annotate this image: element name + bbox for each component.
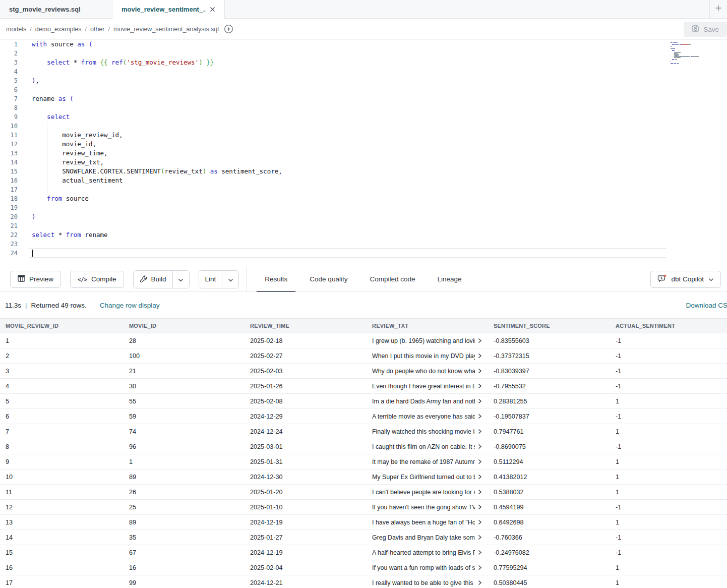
new-tab-button[interactable] [709, 0, 727, 18]
code-line-text: review_txt, [32, 158, 727, 167]
line-number: 17 [0, 185, 29, 194]
code-line-18[interactable]: 18 from source [0, 194, 727, 203]
expand-cell-icon[interactable] [478, 444, 482, 449]
copilot-sparkle-circle-icon[interactable] [224, 24, 233, 34]
expand-cell-icon[interactable] [478, 338, 482, 343]
code-line-7[interactable]: 7rename as ( [0, 94, 727, 103]
lint-button[interactable]: Lint [199, 271, 222, 288]
cell-review-time: 2024-12-24 [250, 428, 372, 435]
expand-cell-icon[interactable] [478, 353, 482, 359]
code-line-16[interactable]: 16 actual_sentiment [0, 176, 727, 185]
code-line-19[interactable]: 19 [0, 203, 727, 212]
editor-minimap[interactable] [671, 42, 707, 66]
save-button[interactable]: Save [684, 22, 727, 37]
cell-movie-id: 55 [129, 398, 250, 405]
dbt-copilot-button[interactable]: dbt Copilot [650, 271, 721, 288]
expand-cell-icon[interactable] [478, 519, 482, 525]
code-line-24[interactable]: 24 [0, 249, 727, 258]
table-row: 13892024-12-19I have always been a huge … [0, 515, 727, 530]
expand-cell-icon[interactable] [478, 398, 482, 404]
tab-code-quality[interactable]: Code quality [301, 267, 355, 292]
cell-review-time: 2024-12-19 [250, 519, 372, 526]
cell-review-time: 2024-12-21 [250, 579, 372, 586]
expand-cell-icon[interactable] [478, 489, 482, 495]
expand-cell-icon[interactable] [478, 414, 482, 419]
code-brackets-icon: </> [78, 276, 87, 282]
indent-guide [47, 158, 47, 167]
code-line-22[interactable]: 22select * from rename [0, 230, 727, 240]
review-text: I grew up (b. 1965) watching and lovin… [372, 337, 475, 344]
code-line-5[interactable]: 5), [0, 76, 727, 85]
code-line-20[interactable]: 20) [0, 212, 727, 221]
breadcrumb-segment-demo-examples[interactable]: demo_examples [35, 26, 82, 33]
code-line-17[interactable]: 17 [0, 185, 727, 194]
lint-dropdown-button[interactable] [222, 271, 238, 288]
breadcrumb-segment-other[interactable]: other [90, 26, 105, 33]
cell-sentiment-score: 0.77595294 [494, 564, 616, 571]
file-tab-movie-review-sentiment[interactable]: movie_review_sentiment_… [112, 0, 225, 19]
code-line-text [32, 122, 727, 131]
expand-cell-icon[interactable] [478, 535, 482, 540]
cell-review-time: 2025-01-27 [250, 534, 372, 541]
breadcrumb-segment-models[interactable]: models [6, 26, 26, 33]
cell-sentiment-score: -0.24976082 [494, 549, 616, 556]
expand-cell-icon[interactable] [478, 580, 482, 585]
breadcrumb-separator: / [30, 26, 31, 33]
chevron-down-icon [228, 275, 233, 284]
expand-cell-icon[interactable] [478, 459, 482, 464]
code-line-8[interactable]: 8 [0, 103, 727, 112]
code-line-11[interactable]: 11 movie_review_id, [0, 131, 727, 140]
expand-cell-icon[interactable] [478, 383, 482, 389]
line-number: 7 [0, 94, 29, 103]
cell-movie-id: 16 [129, 564, 250, 571]
column-header-actual-sentiment: ACTUAL_SENTIMENT [616, 323, 727, 329]
cell-actual-sentiment: -1 [616, 337, 727, 344]
tab-compiled-code[interactable]: Compiled code [361, 267, 423, 292]
expand-cell-icon[interactable] [478, 368, 482, 374]
build-dropdown-button[interactable] [172, 271, 189, 288]
expand-cell-icon[interactable] [478, 429, 482, 434]
code-editor[interactable]: 1with source as (23 select * from {{ ref… [0, 40, 727, 267]
expand-cell-icon[interactable] [478, 565, 482, 570]
code-line-21[interactable]: 21 [0, 221, 727, 230]
code-line-6[interactable]: 6 [0, 85, 727, 94]
file-tab-stg-movie-reviews[interactable]: stg_movie_reviews.sql [0, 0, 112, 18]
code-line-1[interactable]: 1with source as ( [0, 40, 727, 49]
cell-movie-id: 30 [129, 383, 250, 390]
line-number: 15 [0, 167, 29, 176]
column-header-movie-review-id: MOVIE_REVIEW_ID [6, 323, 129, 329]
expand-cell-icon[interactable] [478, 504, 482, 510]
cell-sentiment-score: -0.83039397 [494, 368, 616, 375]
compile-button[interactable]: </> Compile [70, 271, 124, 288]
tab-lineage[interactable]: Lineage [429, 267, 469, 292]
column-header-review-txt: REVIEW_TXT [372, 323, 494, 329]
code-line-15[interactable]: 15 SNOWFLAKE.CORTEX.SENTIMENT(review_txt… [0, 167, 727, 176]
tab-results[interactable]: Results [257, 267, 295, 292]
preview-button[interactable]: Preview [10, 271, 61, 288]
code-line-23[interactable]: 23 [0, 240, 727, 249]
lint-button-label: Lint [205, 275, 216, 283]
code-line-4[interactable]: 4 [0, 67, 727, 76]
change-row-display-link[interactable]: Change row display [100, 302, 160, 309]
code-line-3[interactable]: 3 select * from {{ ref('stg_movie_review… [0, 58, 727, 67]
cell-review-time: 2024-12-30 [250, 474, 372, 481]
code-line-10[interactable]: 10 [0, 122, 727, 131]
cell-movie-review-id: 14 [6, 534, 129, 541]
expand-cell-icon[interactable] [478, 550, 482, 555]
table-row: 912025-01-31It may be the remake of 1987… [0, 454, 727, 469]
code-line-12[interactable]: 12 movie_id, [0, 140, 727, 149]
cell-movie-review-id: 17 [6, 579, 129, 586]
file-tab-label: movie_review_sentiment_… [122, 6, 206, 13]
line-number: 21 [0, 221, 29, 230]
code-line-14[interactable]: 14 review_txt, [0, 158, 727, 167]
build-button[interactable]: Build [134, 271, 172, 288]
code-line-13[interactable]: 13 review_time, [0, 149, 727, 158]
cell-review-txt: I caught this film on AZN on cable. It s… [372, 443, 482, 450]
expand-cell-icon[interactable] [478, 474, 482, 480]
close-tab-icon[interactable] [210, 7, 215, 12]
code-line-2[interactable]: 2 [0, 49, 727, 58]
code-line-9[interactable]: 9 select [0, 112, 727, 122]
download-csv-link[interactable]: Download CSV [686, 302, 727, 309]
line-number: 5 [0, 76, 29, 85]
table-row: 4302025-01-26Even though I have great in… [0, 379, 727, 394]
